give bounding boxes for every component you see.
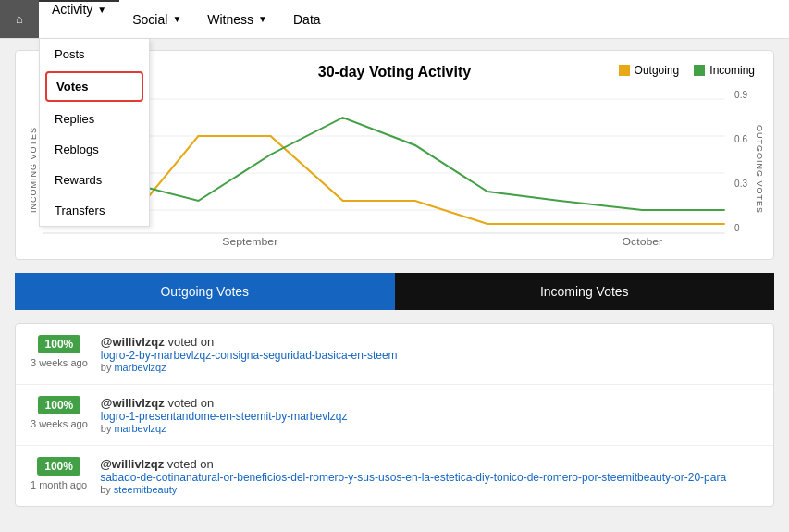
voted-on-2: voted on — [167, 396, 214, 410]
home-button[interactable]: ⌂ — [0, 0, 39, 38]
activity-chevron-icon: ▼ — [97, 5, 106, 15]
outgoing-dot — [619, 65, 630, 76]
vote-info-2: @willivlzqz voted on logro-1-presentando… — [101, 396, 758, 434]
pct-badge-3: 100% — [37, 457, 80, 476]
data-label: Data — [293, 12, 321, 27]
vote-badge-area-2: 100% 3 weeks ago — [31, 396, 88, 429]
time-ago-1: 3 weeks ago — [31, 357, 88, 368]
menu-item-transfers[interactable]: Transfers — [40, 195, 149, 226]
vote-item: 100% 3 weeks ago @willivlzqz voted on lo… — [16, 324, 773, 385]
activity-label: Activity — [52, 2, 92, 17]
vote-badge-area-1: 100% 3 weeks ago — [31, 335, 88, 368]
activity-dropdown-menu: Posts Votes Replies Reblogs Rewards Tran… — [39, 39, 150, 227]
svg-text:October: October — [623, 236, 663, 247]
vote-tabs: Outgoing Votes Incoming Votes — [15, 273, 774, 310]
top-nav: ⌂ Activity ▼ Posts Votes Replies Reblogs… — [0, 0, 789, 39]
witness-label: Witness — [207, 12, 253, 27]
by-author-1: by marbevlzqz — [101, 362, 758, 373]
social-label: Social — [132, 12, 167, 27]
incoming-dot — [694, 65, 705, 76]
y-right-09: 0.9 — [734, 90, 747, 100]
vote-item-3: 100% 1 month ago @willivlzqz voted on sa… — [16, 446, 773, 506]
by-author-2: by marbevlzqz — [101, 423, 758, 434]
vote-item-2: 100% 3 weeks ago @willivlzqz voted on lo… — [16, 385, 773, 446]
voter-2: @willivlzqz — [101, 396, 165, 410]
pct-badge-1: 100% — [38, 335, 81, 353]
menu-item-reblogs[interactable]: Reblogs — [40, 134, 149, 165]
incoming-votes-tab[interactable]: Incoming Votes — [395, 273, 775, 310]
witness-chevron-icon: ▼ — [258, 14, 267, 24]
vote-list: 100% 3 weeks ago @willivlzqz voted on lo… — [15, 323, 774, 507]
author-link-2[interactable]: marbevlzqz — [114, 423, 166, 434]
vote-info-3: @willivlzqz voted on sabado-de-cotinanat… — [100, 457, 758, 495]
menu-item-posts[interactable]: Posts — [40, 39, 149, 69]
by-author-3: by steemitbeauty — [100, 484, 758, 495]
vote-info-1: @willivlzqz voted on logro-2-by-marbevlz… — [101, 335, 758, 373]
voted-on-3: voted on — [167, 457, 214, 471]
social-nav-item[interactable]: Social ▼ — [119, 0, 194, 38]
voter-3: @willivlzqz — [100, 457, 164, 471]
activity-nav-item[interactable]: Activity ▼ — [39, 0, 119, 17]
time-ago-3: 1 month ago — [31, 479, 87, 490]
vote-badge-area-3: 100% 1 month ago — [31, 457, 87, 490]
witness-nav-item[interactable]: Witness ▼ — [194, 0, 280, 38]
legend-incoming: Incoming — [694, 64, 755, 77]
chart-legend: Outgoing Incoming — [619, 64, 755, 77]
menu-item-replies[interactable]: Replies — [40, 104, 149, 134]
data-nav-item[interactable]: Data — [280, 0, 334, 38]
voted-on-1: voted on — [167, 335, 214, 349]
post-link-2[interactable]: logro-1-presentandome-en-steemit-by-marb… — [101, 410, 758, 423]
activity-nav-container: Activity ▼ Posts Votes Replies Reblogs R… — [39, 0, 119, 38]
time-ago-2: 3 weeks ago — [31, 418, 88, 429]
svg-text:September: September — [222, 236, 277, 247]
author-link-1[interactable]: marbevlzqz — [114, 362, 166, 373]
incoming-label: Incoming — [709, 64, 755, 77]
home-icon: ⌂ — [16, 12, 23, 26]
post-link-3[interactable]: sabado-de-cotinanatural-or-beneficios-de… — [100, 471, 758, 484]
y-right-03: 0.3 — [734, 179, 747, 189]
menu-item-votes[interactable]: Votes — [45, 71, 143, 102]
post-link-1[interactable]: logro-2-by-marbevlzqz-consigna-seguridad… — [101, 349, 758, 362]
pct-badge-2: 100% — [38, 396, 81, 414]
y-axis-right-label: OUTGOING VOTES — [746, 90, 764, 250]
menu-item-rewards[interactable]: Rewards — [40, 165, 149, 195]
outgoing-votes-tab[interactable]: Outgoing Votes — [15, 273, 395, 310]
outgoing-label: Outgoing — [635, 64, 680, 77]
voter-1: @willivlzqz — [101, 335, 165, 349]
author-link-3[interactable]: steemitbeauty — [114, 484, 177, 495]
legend-outgoing: Outgoing — [619, 64, 680, 77]
y-right-values: 0.9 0.6 0.3 0 — [734, 90, 747, 233]
social-chevron-icon: ▼ — [172, 14, 181, 24]
y-right-06: 0.6 — [734, 134, 747, 144]
y-right-0: 0 — [734, 223, 747, 233]
